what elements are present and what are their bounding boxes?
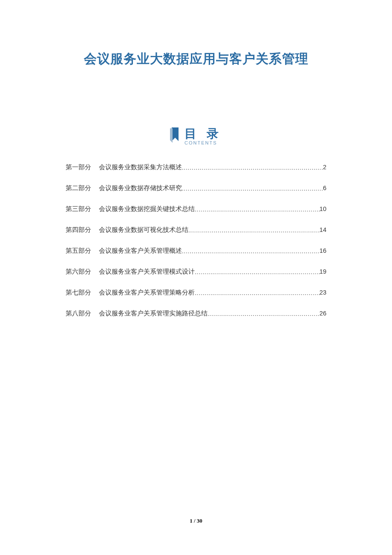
toc-dots bbox=[195, 206, 320, 213]
toc-part: 第四部分 bbox=[66, 226, 91, 234]
toc-row: 第五部分 会议服务业客户关系管理概述 16 bbox=[66, 247, 326, 255]
toc-header: 目 录 CONTENTS bbox=[0, 127, 392, 145]
toc-row: 第八部分 会议服务业客户关系管理实施路径总结 26 bbox=[66, 309, 326, 318]
toc-topic: 会议服务业客户关系管理策略分析 bbox=[99, 289, 195, 297]
svg-marker-1 bbox=[170, 128, 173, 143]
toc-page: 16 bbox=[320, 247, 326, 254]
svg-marker-0 bbox=[172, 127, 179, 141]
toc-dots bbox=[188, 227, 320, 234]
page-total: 30 bbox=[197, 517, 202, 524]
toc-dots bbox=[195, 290, 320, 296]
toc-row: 第七部分 会议服务业客户关系管理策略分析 23 bbox=[66, 289, 326, 297]
toc-topic: 会议服务业客户关系管理实施路径总结 bbox=[99, 309, 208, 318]
toc-dots bbox=[195, 269, 320, 275]
toc-part: 第八部分 bbox=[66, 309, 91, 318]
toc-topic: 会议服务业数据可视化技术总结 bbox=[99, 226, 188, 234]
toc-list: 第一部分 会议服务业数据采集方法概述 2 第二部分 会议服务业数据存储技术研究 … bbox=[66, 163, 326, 318]
toc-page: 14 bbox=[320, 226, 326, 233]
toc-part: 第七部分 bbox=[66, 289, 91, 297]
toc-dots bbox=[182, 185, 323, 192]
toc-dots bbox=[182, 248, 320, 254]
page-title: 会议服务业大数据应用与客户关系管理 bbox=[0, 0, 392, 68]
toc-topic: 会议服务业数据存储技术研究 bbox=[99, 184, 182, 192]
toc-part: 第五部分 bbox=[66, 247, 91, 255]
toc-page: 23 bbox=[320, 289, 326, 296]
toc-part: 第二部分 bbox=[66, 184, 91, 192]
toc-label: 目 录 bbox=[184, 128, 222, 140]
toc-row: 第六部分 会议服务业客户关系管理模式设计 19 bbox=[66, 268, 326, 276]
toc-page: 2 bbox=[323, 164, 326, 171]
toc-part: 第一部分 bbox=[66, 163, 91, 171]
toc-topic: 会议服务业数据挖掘关键技术总结 bbox=[99, 205, 195, 213]
toc-dots bbox=[182, 165, 323, 171]
page-footer: 1 / 30 bbox=[0, 517, 392, 524]
toc-dots bbox=[208, 311, 320, 317]
bookmark-icon bbox=[170, 127, 180, 145]
toc-row: 第三部分 会议服务业数据挖掘关键技术总结 10 bbox=[66, 205, 326, 213]
page-sep: / bbox=[193, 517, 197, 524]
toc-sublabel: CONTENTS bbox=[184, 141, 222, 145]
toc-row: 第四部分 会议服务业数据可视化技术总结 14 bbox=[66, 226, 326, 234]
toc-topic: 会议服务业客户关系管理模式设计 bbox=[99, 268, 195, 276]
toc-row: 第一部分 会议服务业数据采集方法概述 2 bbox=[66, 163, 326, 171]
toc-part: 第六部分 bbox=[66, 268, 91, 276]
toc-topic: 会议服务业数据采集方法概述 bbox=[99, 163, 182, 171]
toc-page: 6 bbox=[323, 185, 326, 191]
toc-label-group: 目 录 CONTENTS bbox=[184, 128, 222, 145]
toc-page: 26 bbox=[320, 310, 326, 317]
toc-page: 19 bbox=[320, 268, 326, 275]
toc-topic: 会议服务业客户关系管理概述 bbox=[99, 247, 182, 255]
toc-page: 10 bbox=[320, 205, 326, 212]
toc-part: 第三部分 bbox=[66, 205, 91, 213]
toc-row: 第二部分 会议服务业数据存储技术研究 6 bbox=[66, 184, 326, 192]
